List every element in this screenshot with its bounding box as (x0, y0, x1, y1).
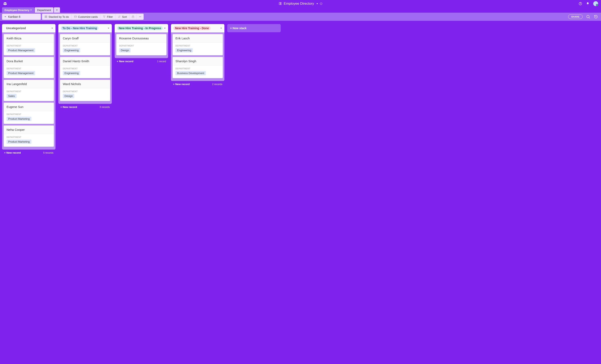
record-body: DEPARTMENTEngineering (60, 65, 110, 78)
info-icon[interactable] (320, 2, 322, 5)
share-button[interactable]: SHARE (568, 14, 583, 19)
base-title-group: Employee Directory (0, 2, 601, 6)
record-body: DEPARTMENTDesign (116, 43, 166, 55)
stack-title: New Hire Training - Done (173, 26, 210, 30)
field-label: DEPARTMENT (7, 136, 51, 138)
toolbar-options-group: Stacked by To do Customize cards Filter … (42, 14, 144, 20)
field-label: DEPARTMENT (7, 90, 51, 93)
department-pill: Product Management (7, 71, 35, 75)
record-body: DEPARTMENTProduct Marketing (4, 134, 54, 147)
svg-rect-7 (47, 16, 47, 18)
kanban-stack: UncategorizedKeith BirzaDEPARTMENTProduc… (2, 24, 55, 155)
header-right (579, 1, 598, 6)
field-label: DEPARTMENT (63, 90, 107, 93)
department-pill: Design (119, 48, 130, 52)
search-icon[interactable] (586, 14, 591, 19)
department-pill: Engineering (63, 48, 80, 52)
chevron-down-icon (51, 28, 53, 29)
record-body: DEPARTMENTProduct Marketing (4, 111, 54, 124)
department-pill: Product Management (7, 48, 35, 52)
chevron-down-icon (220, 28, 222, 29)
stack-inner: New Hire Training - DoneErik LaschDEPART… (171, 24, 224, 81)
department-pill: Product Marketing (7, 140, 31, 144)
sort-icon (118, 15, 121, 18)
record-card[interactable]: Keith BirzaDEPARTMENTProduct Management (4, 34, 54, 55)
record-card[interactable]: Neha CooperDEPARTMENTProduct Marketing (4, 125, 54, 147)
help-icon[interactable] (579, 2, 582, 6)
record-card[interactable]: Eugene SunDEPARTMENTProduct Marketing (4, 103, 54, 124)
department-pill: Product Marketing (7, 117, 31, 121)
record-card[interactable]: Roxanne DurousseauDEPARTMENTDesign (116, 34, 166, 55)
stack-header[interactable]: New Hire Training - In Progress (115, 24, 168, 32)
stack-footer: + New record1 record (115, 58, 168, 63)
record-name: Daniel Hantz-Smith (60, 57, 110, 65)
stack-footer: + New record5 records (2, 150, 55, 155)
stack-cards: Erik LaschDEPARTMENTEngineeringSharolyn … (171, 32, 224, 80)
base-title-dropdown-icon[interactable] (316, 3, 318, 4)
svg-point-13 (141, 17, 141, 17)
record-count: 2 records (212, 83, 222, 86)
record-card[interactable]: Dora BurketDEPARTMENTProduct Management (4, 57, 54, 78)
stack-inner: To Do - New Hire TrainingCaryn GraffDEPA… (58, 24, 112, 104)
record-body: DEPARTMENTProduct Management (4, 43, 54, 55)
record-body: DEPARTMENTEngineering (60, 43, 110, 55)
new-record-button[interactable]: + New record (117, 60, 133, 63)
field-label: DEPARTMENT (7, 45, 51, 47)
record-card[interactable]: Erik LaschDEPARTMENTEngineering (173, 34, 223, 55)
record-card[interactable]: Ina LangenfeldDEPARTMENTSales (4, 80, 54, 101)
record-name: Sharolyn Singh (173, 57, 223, 65)
share-view-button[interactable] (129, 14, 137, 20)
customize-cards-label: Customize cards (78, 15, 98, 18)
new-record-button[interactable]: + New record (173, 83, 190, 86)
stack-cards: Caryn GraffDEPARTMENTEngineeringDaniel H… (58, 32, 112, 103)
table-tabs: Employee Directory Department + (0, 7, 601, 13)
history-icon[interactable] (594, 14, 598, 19)
record-card[interactable]: Caryn GraffDEPARTMENTEngineering (60, 34, 110, 55)
new-stack-button[interactable]: + New stack (227, 24, 281, 32)
record-card[interactable]: Ward NicholsDEPARTMENTDesign (60, 80, 110, 101)
department-pill: Engineering (63, 71, 80, 75)
filter-button[interactable]: Filter (100, 14, 115, 20)
record-count: 3 records (100, 106, 110, 109)
user-avatar[interactable] (593, 1, 598, 6)
record-name: Eugene Sun (4, 103, 54, 111)
kanban-stack: To Do - New Hire TrainingCaryn GraffDEPA… (58, 24, 112, 109)
department-pill: Business Development (175, 71, 206, 75)
stack-cards: Keith BirzaDEPARTMENTProduct ManagementD… (2, 32, 55, 148)
department-pill: Engineering (175, 48, 193, 52)
record-body: DEPARTMENTProduct Management (4, 65, 54, 78)
svg-line-15 (589, 18, 590, 19)
stack-header[interactable]: To Do - New Hire Training (58, 24, 112, 32)
dots-icon (139, 15, 141, 18)
more-options-button[interactable] (137, 14, 144, 20)
tab-department[interactable]: Department (35, 7, 53, 13)
svg-point-11 (139, 17, 140, 17)
record-body: DEPARTMENTDesign (60, 88, 110, 101)
field-label: DEPARTMENT (63, 68, 107, 70)
tab-employee-directory[interactable]: Employee Directory (2, 7, 34, 13)
customize-cards-button[interactable]: Customize cards (71, 14, 100, 20)
record-count: 5 records (43, 152, 53, 154)
sort-button[interactable]: Sort (115, 14, 129, 20)
record-name: Keith Birza (4, 34, 54, 43)
svg-rect-5 (45, 16, 46, 18)
view-picker[interactable]: Kanban 6 (2, 14, 41, 20)
book-icon (279, 2, 282, 6)
new-record-button[interactable]: + New record (4, 151, 21, 154)
field-label: DEPARTMENT (175, 68, 220, 70)
add-table-button[interactable]: + (54, 7, 60, 13)
stacked-by-button[interactable]: Stacked by To do (42, 14, 71, 20)
record-card[interactable]: Sharolyn SinghDEPARTMENTBusiness Develop… (173, 57, 223, 78)
stack-header[interactable]: New Hire Training - Done (171, 24, 224, 32)
new-record-button[interactable]: + New record (60, 105, 77, 109)
svg-point-12 (140, 17, 140, 17)
stack-header[interactable]: Uncategorized (2, 24, 55, 32)
record-name: Roxanne Durousseau (116, 34, 166, 43)
stack-inner: UncategorizedKeith BirzaDEPARTMENTProduc… (2, 24, 55, 150)
app-logo[interactable] (3, 1, 7, 6)
record-card[interactable]: Daniel Hantz-SmithDEPARTMENTEngineering (60, 57, 110, 78)
notifications-icon[interactable] (586, 2, 590, 6)
stack-title: New Hire Training - In Progress (117, 26, 163, 30)
base-title[interactable]: Employee Directory (284, 2, 314, 6)
record-name: Caryn Graff (60, 34, 110, 43)
